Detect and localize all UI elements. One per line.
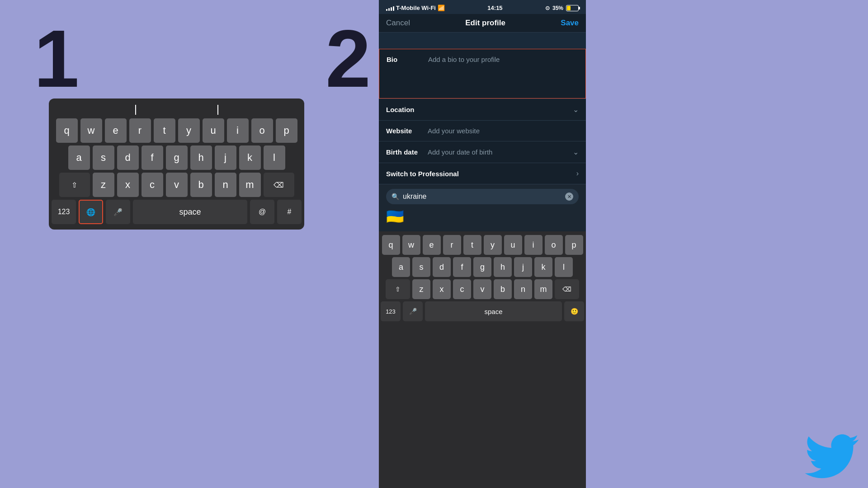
keyboard-bottom-row: 123 🌐 🎤 space @ #: [52, 200, 302, 224]
key-l[interactable]: l: [264, 145, 285, 170]
phone-keyboard-row-3: ⇧ z x c v b n m ⌫: [381, 279, 584, 299]
phone-key-h[interactable]: h: [494, 257, 512, 277]
search-icon: 🔍: [392, 193, 399, 200]
phone-key-p[interactable]: p: [565, 235, 583, 255]
delete-key[interactable]: ⌫: [264, 173, 294, 197]
key-k[interactable]: k: [239, 145, 261, 170]
mic-key[interactable]: 🎤: [106, 200, 130, 224]
cursor-2: [217, 105, 218, 115]
signal-bars: [386, 5, 394, 11]
bio-label: Bio: [387, 56, 423, 63]
phone-key-g[interactable]: g: [473, 257, 491, 277]
key-x[interactable]: x: [117, 173, 139, 197]
phone-key-s[interactable]: s: [412, 257, 430, 277]
key-o[interactable]: o: [251, 118, 273, 143]
step-1-number: 1: [34, 18, 79, 99]
phone-emoji-key[interactable]: 🙂: [564, 301, 584, 321]
battery-icon: [566, 5, 579, 11]
phone-key-y[interactable]: y: [484, 235, 502, 255]
phone-key-a[interactable]: a: [392, 257, 410, 277]
location-label: Location: [386, 106, 422, 113]
wifi-icon: 📶: [438, 5, 445, 11]
phone-key-r[interactable]: r: [443, 235, 461, 255]
clear-search-button[interactable]: ✕: [565, 192, 573, 201]
edit-profile-header: Cancel Edit profile Save: [379, 14, 586, 33]
switch-professional-row[interactable]: Switch to Professional ›: [379, 163, 586, 184]
hash-key[interactable]: #: [277, 200, 302, 224]
key-s[interactable]: s: [93, 145, 114, 170]
phone-key-q[interactable]: q: [382, 235, 400, 255]
phone-key-z[interactable]: z: [412, 279, 430, 299]
key-f[interactable]: f: [142, 145, 163, 170]
phone-delete-key[interactable]: ⌫: [555, 279, 579, 299]
key-t[interactable]: t: [154, 118, 175, 143]
space-key[interactable]: space: [133, 200, 247, 224]
phone-key-u[interactable]: u: [504, 235, 522, 255]
key-a[interactable]: a: [68, 145, 90, 170]
phone-key-v[interactable]: v: [473, 279, 491, 299]
cancel-button[interactable]: Cancel: [386, 19, 410, 28]
key-i[interactable]: i: [227, 118, 249, 143]
key-v[interactable]: v: [166, 173, 188, 197]
key-r[interactable]: r: [129, 118, 151, 143]
keyboard-panel-1: q w e r t y u i o p a s d f g h j k l ⇧ …: [49, 99, 304, 230]
key-j[interactable]: j: [215, 145, 236, 170]
status-left: T-Mobile Wi-Fi 📶: [386, 5, 445, 11]
phone-mic-key[interactable]: 🎤: [403, 301, 423, 321]
phone-key-w[interactable]: w: [402, 235, 420, 255]
phone-key-n[interactable]: n: [514, 279, 532, 299]
key-w[interactable]: w: [80, 118, 102, 143]
phone-shift-key[interactable]: ⇧: [386, 279, 410, 299]
key-b[interactable]: b: [190, 173, 212, 197]
phone-key-e[interactable]: e: [423, 235, 441, 255]
phone-space-key[interactable]: space: [425, 301, 562, 321]
key-z[interactable]: z: [93, 173, 114, 197]
bio-placeholder[interactable]: Add a bio to your profile: [428, 56, 578, 63]
phone-key-c[interactable]: c: [453, 279, 471, 299]
phone-key-j[interactable]: j: [514, 257, 532, 277]
phone-key-t[interactable]: t: [463, 235, 481, 255]
key-n[interactable]: n: [215, 173, 236, 197]
globe-key[interactable]: 🌐: [79, 200, 103, 224]
key-g[interactable]: g: [166, 145, 188, 170]
keyboard-row-3: ⇧ z x c v b n m ⌫: [52, 173, 302, 197]
location-row[interactable]: Location ⌄: [379, 99, 586, 120]
emoji-search-input[interactable]: ukraine: [403, 192, 561, 201]
bar-2: [388, 8, 390, 11]
key-u[interactable]: u: [203, 118, 224, 143]
website-row[interactable]: Website Add your website: [379, 121, 586, 141]
phone-keyboard-row-2: a s d f g h j k l: [381, 257, 584, 277]
phone-key-k[interactable]: k: [534, 257, 552, 277]
save-button[interactable]: Save: [561, 19, 579, 28]
key-e[interactable]: e: [105, 118, 127, 143]
num-key[interactable]: 123: [52, 200, 76, 224]
emoji-search-bar[interactable]: 🔍 ukraine ✕: [386, 189, 579, 204]
bio-section[interactable]: Bio Add a bio to your profile: [379, 49, 586, 99]
phone-key-d[interactable]: d: [433, 257, 451, 277]
bar-4: [393, 6, 394, 11]
shift-key[interactable]: ⇧: [59, 173, 90, 197]
bar-1: [386, 9, 387, 11]
phone-keyboard: q w e r t y u i o p a s d f g h j k l ⇧ …: [379, 231, 586, 488]
key-p[interactable]: p: [276, 118, 297, 143]
phone-key-l[interactable]: l: [555, 257, 573, 277]
key-c[interactable]: c: [142, 173, 163, 197]
key-d[interactable]: d: [117, 145, 139, 170]
key-q[interactable]: q: [56, 118, 78, 143]
phone-num-key[interactable]: 123: [381, 301, 401, 321]
at-key[interactable]: @: [250, 200, 274, 224]
professional-chevron-icon: ›: [576, 169, 579, 178]
phone-key-f[interactable]: f: [453, 257, 471, 277]
phone-key-x[interactable]: x: [433, 279, 451, 299]
website-placeholder: Add your website: [428, 127, 579, 135]
key-m[interactable]: m: [239, 173, 261, 197]
birth-date-row[interactable]: Birth date Add your date of birth ⌄: [379, 141, 586, 163]
phone-key-b[interactable]: b: [494, 279, 512, 299]
phone-key-m[interactable]: m: [534, 279, 552, 299]
key-y[interactable]: y: [178, 118, 200, 143]
phone-key-o[interactable]: o: [545, 235, 563, 255]
key-h[interactable]: h: [190, 145, 212, 170]
battery-percent: 35%: [552, 5, 563, 11]
phone-ui: T-Mobile Wi-Fi 📶 14:15 ⊙ 35% Cancel Edit…: [379, 0, 586, 488]
phone-key-i[interactable]: i: [524, 235, 542, 255]
